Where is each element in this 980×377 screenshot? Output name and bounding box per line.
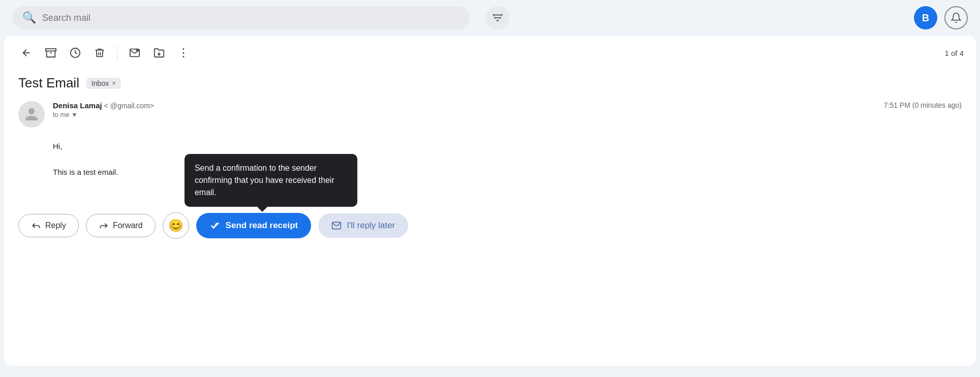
snooze-button[interactable]: [65, 43, 85, 63]
email-body-line2: This is a test email.: [53, 166, 962, 179]
delete-button[interactable]: [89, 43, 110, 63]
email-toolbar: ⋮ 1 of 4: [4, 36, 976, 70]
inbox-badge: Inbox ×: [86, 78, 121, 89]
more-button[interactable]: ⋮: [173, 43, 194, 63]
reply-button[interactable]: Reply: [18, 214, 79, 237]
back-button[interactable]: [16, 43, 37, 63]
sender-name-row: Denisa Lamaj < @gmail.com>: [53, 101, 876, 110]
send-read-receipt-button[interactable]: Send read receipt: [196, 213, 312, 238]
reply-later-button[interactable]: I'll reply later: [318, 213, 408, 238]
filter-icon-button[interactable]: [486, 6, 509, 29]
send-read-receipt-container: Send a confirmation to the sender confir…: [196, 213, 312, 238]
forward-label: Forward: [113, 221, 143, 230]
to-me-row: to me ▼: [53, 111, 876, 118]
expand-recipients-icon[interactable]: ▼: [72, 111, 78, 118]
top-bar: 🔍 B: [0, 0, 980, 36]
reply-later-label: I'll reply later: [347, 221, 395, 231]
toolbar-divider: [117, 46, 117, 60]
email-timestamp: 7:51 PM (0 minutes ago): [884, 101, 962, 109]
sender-info: Denisa Lamaj < @gmail.com> to me ▼: [53, 101, 876, 118]
emoji-icon: 😊: [168, 218, 183, 233]
email-body-line1: Hi,: [53, 140, 962, 153]
email-counter: 1 of 4: [944, 49, 964, 57]
email-subject: Test Email: [18, 75, 79, 91]
notification-bell-button[interactable]: [944, 6, 968, 29]
email-subject-row: Test Email Inbox ×: [18, 75, 962, 91]
emoji-reaction-button[interactable]: 😊: [163, 212, 189, 239]
sender-email: < @gmail.com>: [104, 102, 154, 110]
inbox-badge-label: Inbox: [91, 79, 109, 87]
mark-unread-button[interactable]: [125, 43, 145, 63]
reply-label: Reply: [45, 221, 66, 230]
sender-name: Denisa Lamaj: [53, 101, 102, 110]
top-right-icons: B: [914, 6, 968, 29]
move-button[interactable]: [149, 43, 169, 63]
sender-row: Denisa Lamaj < @gmail.com> to me ▼ 7:51 …: [18, 101, 962, 128]
to-me-label: to me: [53, 111, 70, 118]
email-view: ⋮ 1 of 4 Test Email Inbox × Denisa Lamaj: [4, 36, 976, 366]
inbox-badge-close[interactable]: ×: [112, 79, 116, 87]
send-read-receipt-label: Send read receipt: [226, 221, 298, 231]
search-input[interactable]: [42, 13, 460, 23]
search-bar: 🔍: [12, 6, 470, 29]
sender-avatar: [18, 101, 45, 128]
action-buttons: Reply Forward 😊 Send a confirmation to t…: [4, 207, 976, 251]
email-body: Hi, This is a test email.: [53, 140, 962, 179]
user-avatar-button[interactable]: B: [914, 6, 937, 29]
search-icon: 🔍: [22, 11, 36, 24]
forward-button[interactable]: Forward: [86, 214, 156, 237]
archive-button[interactable]: [41, 43, 61, 63]
svg-rect-8: [46, 49, 56, 51]
email-content: Test Email Inbox × Denisa Lamaj < @gmail…: [4, 70, 976, 207]
